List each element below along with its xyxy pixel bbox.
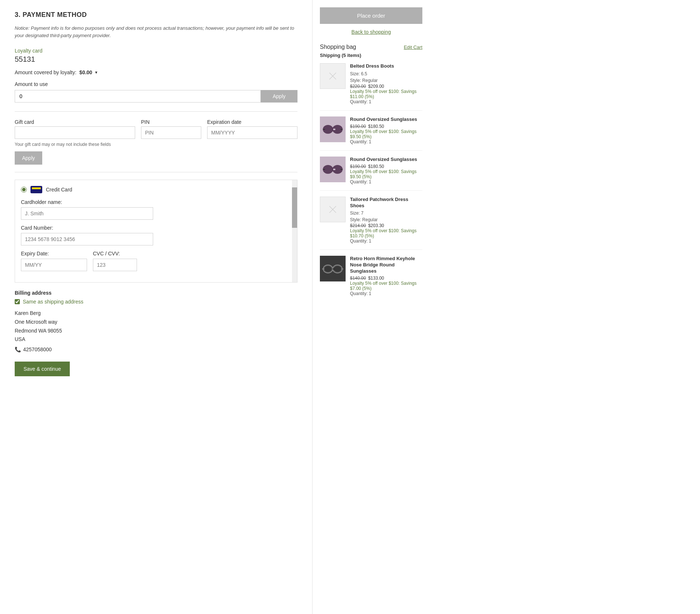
- amount-to-use-label: Amount to use: [15, 81, 297, 87]
- billing-address2: Redmond WA 98055: [15, 327, 297, 335]
- loyalty-savings: Loyalty 5% off over $100: Savings $10.70…: [350, 228, 422, 238]
- cart-item: Round Oversized Sunglasses $190.00 $180.…: [320, 157, 422, 191]
- price-sale: $133.00: [368, 276, 384, 281]
- quantity: Quantity: 1: [350, 238, 422, 244]
- cart-item: Tailored Patchwork Dress Shoes Size: 7 S…: [320, 197, 422, 250]
- pin-input[interactable]: [141, 126, 201, 139]
- price-original: $214.00: [350, 223, 366, 228]
- card-number-label: Card Number:: [21, 225, 291, 231]
- item-size: Size: 7: [350, 210, 422, 216]
- credit-card-radio[interactable]: [21, 187, 27, 193]
- cvc-label: CVC / CVV:: [93, 251, 137, 256]
- loyalty-apply-row: Apply: [15, 90, 297, 103]
- svg-rect-7: [323, 129, 325, 130]
- gift-card-note: Your gift card may or may not include th…: [15, 142, 297, 147]
- card-number-group: Card Number:: [21, 225, 291, 245]
- expiry-input[interactable]: [21, 259, 87, 271]
- quantity: Quantity: 1: [350, 99, 422, 104]
- same-as-shipping-label: Same as shipping address: [23, 299, 83, 305]
- expiration-input[interactable]: [207, 126, 297, 139]
- pin-label: PIN: [141, 119, 201, 125]
- same-as-shipping-checkbox[interactable]: [15, 299, 20, 304]
- credit-card-label: Credit Card: [46, 187, 72, 193]
- price-original: $190.00: [350, 124, 366, 129]
- item-style: Style: Regular: [350, 77, 422, 84]
- amount-dropdown-arrow[interactable]: ▾: [95, 70, 97, 75]
- item-style: Style: Regular: [350, 216, 422, 223]
- cart-item-image: [320, 157, 346, 182]
- item-name: Retro Horn Rimmed Keyhole Nose Bridge Ro…: [350, 256, 422, 274]
- cart-item: Belted Dress Boots Size: 6.5 Style: Regu…: [320, 63, 422, 111]
- price-original: $190.00: [350, 164, 366, 169]
- price-sale: $180.50: [368, 124, 384, 129]
- expiration-label: Expiration date: [207, 119, 297, 125]
- billing-address-text: Karen Berg One Microsoft way Redmond WA …: [15, 309, 297, 354]
- gift-card-input[interactable]: [15, 126, 135, 139]
- svg-rect-6: [333, 129, 335, 130]
- price-row: $214.00 $203.30: [350, 223, 422, 228]
- cart-item-info: Tailored Patchwork Dress Shoes Size: 7 S…: [350, 197, 422, 244]
- save-continue-button[interactable]: Save & continue: [15, 362, 70, 376]
- quantity: Quantity: 1: [350, 291, 422, 296]
- amount-covered-row: Amount covered by loyalty: $0.00 ▾: [15, 69, 297, 75]
- item-name: Tailored Patchwork Dress Shoes: [350, 197, 422, 209]
- billing-address1: One Microsoft way: [15, 318, 297, 327]
- price-sale: $180.50: [368, 164, 384, 169]
- cvc-input[interactable]: [93, 259, 137, 271]
- shopping-bag-header: Shopping bag Edit Cart: [320, 44, 422, 50]
- billing-country: USA: [15, 335, 297, 344]
- price-row: $140.00 $133.00: [350, 276, 422, 281]
- quantity: Quantity: 1: [350, 179, 422, 184]
- loyalty-amount-input[interactable]: [15, 90, 261, 103]
- billing-address-section: Billing address Same as shipping address…: [15, 290, 297, 354]
- expiry-group: Expiry Date:: [21, 251, 87, 271]
- item-name: Belted Dress Boots: [350, 63, 422, 69]
- item-name: Round Oversized Sunglasses: [350, 116, 422, 123]
- same-as-shipping-row: Same as shipping address: [15, 299, 297, 305]
- cardholder-group: Cardholder name:: [21, 199, 291, 220]
- price-sale: $203.30: [368, 223, 384, 228]
- phone-row: 📞 4257058000: [15, 345, 297, 354]
- cart-item-image: [320, 63, 346, 89]
- scrollbar-track[interactable]: [292, 180, 297, 282]
- cart-item-info: Round Oversized Sunglasses $190.00 $180.…: [350, 157, 422, 184]
- back-to-shopping-link[interactable]: Back to shopping: [320, 29, 422, 35]
- price-row: $220.00 $209.00: [350, 84, 422, 89]
- svg-point-24: [324, 266, 332, 272]
- cardholder-input[interactable]: [21, 207, 153, 220]
- payment-method-section: Credit Card Cardholder name: Card Number…: [15, 180, 297, 283]
- place-order-button[interactable]: Place order: [320, 7, 422, 24]
- scrollbar-thumb[interactable]: [292, 187, 297, 228]
- cart-items-list: Belted Dress Boots Size: 6.5 Style: Regu…: [320, 63, 422, 302]
- shopping-bag-title: Shopping bag: [320, 44, 356, 50]
- loyalty-savings: Loyalty 5% off over $100: Savings $7.00 …: [350, 281, 422, 291]
- svg-rect-23: [341, 269, 343, 269]
- svg-point-25: [334, 266, 341, 272]
- cart-item-info: Belted Dress Boots Size: 6.5 Style: Regu…: [350, 63, 422, 104]
- gift-card-apply-button[interactable]: Apply: [15, 151, 42, 165]
- loyalty-number: 55131: [15, 55, 297, 64]
- cart-item-info: Retro Horn Rimmed Keyhole Nose Bridge Ro…: [350, 256, 422, 296]
- billing-name: Karen Berg: [15, 309, 297, 318]
- credit-card-icon: [30, 186, 42, 193]
- cart-item-info: Round Oversized Sunglasses $190.00 $180.…: [350, 116, 422, 144]
- svg-rect-22: [322, 269, 325, 269]
- payment-scroll-container: Credit Card Cardholder name: Card Number…: [15, 180, 297, 282]
- notice-text: Notice: Payment info is for demo purpose…: [15, 25, 297, 39]
- svg-rect-13: [323, 169, 325, 170]
- amount-covered-label: Amount covered by loyalty:: [15, 69, 76, 75]
- billing-address-title: Billing address: [15, 290, 297, 296]
- edit-cart-link[interactable]: Edit Cart: [404, 44, 422, 50]
- credit-card-row: Credit Card: [21, 186, 291, 193]
- sidebar: Place order Back to shopping Shopping ba…: [312, 0, 430, 614]
- loyalty-card-section: Loyalty card 55131 Amount covered by loy…: [15, 48, 297, 103]
- svg-rect-8: [340, 129, 343, 130]
- item-size: Size: 6.5: [350, 71, 422, 77]
- cardholder-label: Cardholder name:: [21, 199, 291, 205]
- card-number-input[interactable]: [21, 233, 153, 245]
- page-title: 3. PAYMENT METHOD: [15, 11, 297, 19]
- cart-item-image: [320, 197, 346, 222]
- cart-item-image: [320, 256, 346, 281]
- gift-card-section: Gift card PIN Expiration date Your gift …: [15, 119, 297, 165]
- loyalty-apply-button[interactable]: Apply: [261, 90, 297, 103]
